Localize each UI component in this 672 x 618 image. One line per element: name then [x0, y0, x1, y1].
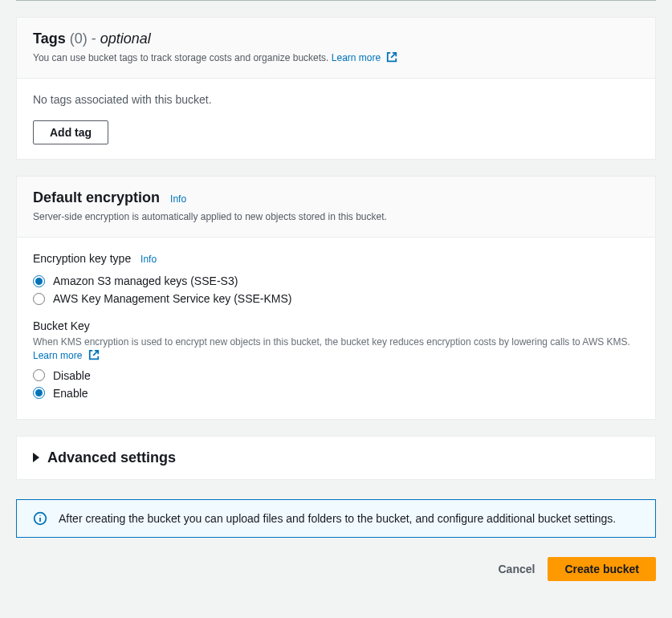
- info-alert-text: After creating the bucket you can upload…: [59, 512, 616, 525]
- tags-empty-message: No tags associated with this bucket.: [33, 93, 639, 106]
- tags-optional-sep: -: [92, 30, 100, 47]
- tags-learn-more-link[interactable]: Learn more: [332, 52, 398, 63]
- advanced-settings-toggle[interactable]: Advanced settings: [16, 436, 656, 480]
- radio-bk-enable[interactable]: [33, 387, 45, 399]
- bucket-key-learn-more-link[interactable]: Learn more: [33, 350, 100, 361]
- encryption-info-link[interactable]: Info: [170, 193, 186, 205]
- radio-label-bk-enable[interactable]: Enable: [53, 387, 88, 400]
- top-divider: [16, 0, 656, 1]
- caret-right-icon: [33, 453, 39, 462]
- tags-panel-header: Tags (0) - optional You can use bucket t…: [17, 18, 655, 79]
- tags-title: Tags (0) - optional: [33, 30, 151, 47]
- footer-actions: Cancel Create bucket: [16, 557, 656, 581]
- tags-panel: Tags (0) - optional You can use bucket t…: [16, 17, 656, 160]
- bucket-key-section: Bucket Key When KMS encryption is used t…: [33, 319, 639, 400]
- tags-body: No tags associated with this bucket. Add…: [17, 79, 655, 159]
- radio-row-sse-s3: Amazon S3 managed keys (SSE-S3): [33, 274, 639, 287]
- bucket-key-radios: Disable Enable: [33, 369, 639, 400]
- encryption-title-row: Default encryption Info: [33, 189, 186, 205]
- encryption-header: Default encryption Info Server-side encr…: [17, 177, 655, 238]
- create-bucket-button[interactable]: Create bucket: [548, 557, 656, 581]
- bucket-key-desc: When KMS encryption is used to encrypt n…: [33, 335, 639, 363]
- info-icon: [33, 511, 47, 526]
- radio-label-bk-disable[interactable]: Disable: [53, 369, 91, 382]
- encryption-panel: Default encryption Info Server-side encr…: [16, 176, 656, 420]
- radio-label-sse-s3[interactable]: Amazon S3 managed keys (SSE-S3): [53, 274, 238, 287]
- bucket-key-label: Bucket Key: [33, 319, 90, 332]
- radio-row-bk-enable: Enable: [33, 387, 639, 400]
- encryption-key-type-label: Encryption key type: [33, 252, 131, 265]
- svg-point-2: [39, 514, 40, 515]
- advanced-settings-title-row: Advanced settings: [33, 449, 639, 466]
- encryption-subtitle: Server-side encryption is automatically …: [33, 209, 639, 224]
- encryption-body: Encryption key type Info Amazon S3 manag…: [17, 238, 655, 419]
- encryption-key-type-section: Encryption key type Info Amazon S3 manag…: [33, 252, 639, 305]
- radio-row-bk-disable: Disable: [33, 369, 639, 382]
- radio-sse-kms[interactable]: [33, 293, 45, 305]
- tags-subtitle: You can use bucket tags to track storage…: [33, 51, 639, 65]
- radio-bk-disable[interactable]: [33, 369, 45, 381]
- tags-count: (0): [70, 30, 88, 47]
- add-tag-button[interactable]: Add tag: [33, 120, 108, 144]
- tags-optional: optional: [100, 30, 151, 47]
- bucket-key-learn-more-text: Learn more: [33, 350, 85, 361]
- info-alert: After creating the bucket you can upload…: [16, 499, 656, 538]
- tags-subtitle-text: You can use bucket tags to track storage…: [33, 52, 332, 63]
- radio-row-sse-kms: AWS Key Management Service key (SSE-KMS): [33, 292, 639, 305]
- radio-label-sse-kms[interactable]: AWS Key Management Service key (SSE-KMS): [53, 292, 291, 305]
- external-link-icon: [386, 51, 397, 63]
- cancel-button[interactable]: Cancel: [498, 563, 535, 575]
- advanced-settings-title: Advanced settings: [47, 449, 176, 466]
- encryption-key-type-radios: Amazon S3 managed keys (SSE-S3) AWS Key …: [33, 274, 639, 305]
- radio-sse-s3[interactable]: [33, 275, 45, 287]
- bucket-key-desc-text: When KMS encryption is used to encrypt n…: [33, 336, 630, 348]
- tags-learn-more-text: Learn more: [332, 52, 384, 63]
- external-link-icon: [88, 349, 100, 360]
- encryption-key-type-info-link[interactable]: Info: [141, 254, 157, 265]
- tags-title-text: Tags: [33, 30, 66, 47]
- encryption-title: Default encryption: [33, 189, 160, 205]
